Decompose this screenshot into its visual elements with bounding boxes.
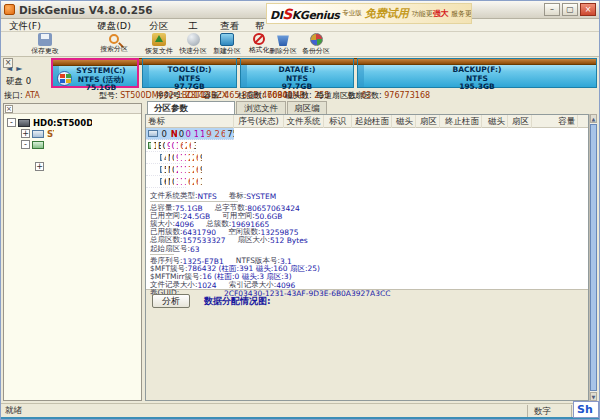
table-header-row: 卷标序号(状态)文件系统标识起始柱面磁头扇区终止柱面磁头扇区容量: [146, 115, 588, 128]
partition-table: SYSTEM(C:) 0 NTFS 07 0 1 1 9805 254 63 7…: [146, 128, 588, 188]
window-bottom-edge: [1, 417, 599, 419]
table-header-cell: 磁头: [392, 115, 416, 128]
quick-partition-icon: [187, 33, 200, 46]
tree-expand-icon[interactable]: +: [35, 162, 44, 171]
scroll-up-icon[interactable]: ▲: [590, 114, 597, 123]
toolbar-button[interactable]: 格式化: [247, 32, 271, 57]
maximize-button[interactable]: ▢: [562, 3, 578, 16]
tree-expand-icon[interactable]: -: [21, 140, 30, 149]
filesystem-details: 文件系统类型: NTFS 卷标: SYSTEM 总容量: 75.1GB 总字节数…: [150, 191, 584, 297]
menu-item[interactable]: 文件(F): [1, 19, 89, 32]
table-row[interactable]: DATA(E:) 5 NTFS 07 22555 1 1 35303 254 6…: [146, 164, 174, 176]
table-header-cell: 文件系统: [284, 115, 324, 128]
edition-label: 专业版: [342, 9, 362, 18]
table-row[interactable]: TOOLS(D:) 4 NTFS 07 9806 1 1 22554 254 6…: [146, 152, 186, 164]
delete-icon: [276, 33, 290, 46]
toolbar-button[interactable]: 搜索分区: [89, 32, 139, 57]
table-header-cell: 扇区: [416, 115, 440, 128]
next-disk-icon[interactable]: ►: [16, 64, 26, 73]
toolbar-button[interactable]: 删除分区: [271, 32, 295, 57]
partition-block-tools-d[interactable]: TOOLS(D:) NTFS 97.7GB: [142, 58, 237, 88]
tree-item[interactable]: + DATA(E:): [4, 161, 44, 172]
disk-bar: SYSTEM(C:) NTFS (活动) 75.1GB TOOLS(D:) NT…: [51, 58, 597, 88]
status-bar: 就绪 数字: [1, 403, 599, 417]
toolbar-button[interactable]: 恢复文件: [139, 32, 179, 57]
recover-icon: [152, 33, 166, 46]
prev-disk-icon[interactable]: ◄: [6, 64, 16, 73]
partition-icon: [148, 130, 158, 137]
disk-info-pair: 容量: 465.8GB(476940MB): [203, 90, 231, 101]
tree-item[interactable]: + BACKUP(F:): [4, 172, 35, 183]
brand-logo: DISKGenius: [270, 6, 339, 22]
windows-logo-icon: [57, 71, 72, 86]
table-header-cell: 标识: [324, 115, 352, 128]
table-row[interactable]: BACKUP(F:) 6 NTFS 07 35304 1 1 60800 254…: [146, 176, 186, 188]
disk-navigator: ◄► 硬盘 0: [6, 64, 48, 88]
toolbar-button[interactable]: 保存更改: [1, 32, 89, 57]
tab[interactable]: 分区参数: [147, 101, 235, 114]
table-row[interactable]: 扩展分区 1 EXTEND 0F 9806 0 1 60800 254 63 3…: [146, 140, 196, 152]
table-header-cell: 终止柱面: [440, 115, 482, 128]
table-header-cell: 起始柱面: [352, 115, 392, 128]
table-header-cell: 容量: [532, 115, 578, 128]
tree-item[interactable]: + TOOLS(D:): [4, 150, 35, 161]
scroll-down-icon[interactable]: ▼: [590, 392, 597, 401]
disk-info-pair: 每道扇区数: 63: [316, 90, 340, 101]
toolbar-button[interactable]: 备份分区: [295, 32, 337, 57]
partition-block-data-e[interactable]: DATA(E:) NTFS 97.7GB: [240, 58, 354, 88]
tree-close-icon[interactable]: ×: [5, 105, 13, 113]
status-ready: 就绪: [1, 405, 527, 417]
detail-row: 总扇区数: 157533327 扇区大小: 512 Bytes: [150, 236, 174, 244]
tree-expand-icon[interactable]: +: [21, 129, 30, 138]
close-button[interactable]: ×: [580, 3, 596, 16]
partition-tree-panel: × - HD0:ST500DM002-1BD142(466GB) + SYSTE…: [3, 103, 142, 401]
detail-row: 文件系统类型: NTFS 卷标: SYSTEM: [150, 191, 238, 202]
menu-item[interactable]: 查看(V): [207, 19, 247, 32]
tab[interactable]: 浏览文件: [236, 101, 286, 114]
analyze-button[interactable]: 分析: [152, 294, 190, 308]
table-header-cell: 磁头: [482, 115, 508, 128]
tree-item[interactable]: - 扩展分区: [4, 139, 44, 150]
tab-bar: 分区参数浏览文件扇区编辑: [145, 101, 597, 114]
detail-row: 起始扇区号: 63: [150, 244, 174, 255]
minimize-button[interactable]: –: [544, 3, 560, 16]
tree-item[interactable]: - HD0:ST500DM002-1BD142(466GB): [4, 117, 92, 128]
tagline: 功能更强大 服务更贴心: [412, 10, 472, 18]
disk-panel: × ◄► 硬盘 0 SYSTEM(C:) NTFS (活动) 75.1GB TO…: [1, 57, 599, 90]
table-row[interactable]: SYSTEM(C:) 0 NTFS 07 0 1 1 9805 254 63 7…: [146, 128, 234, 140]
menu-item[interactable]: 硬盘(D): [89, 19, 139, 32]
partition-block-system-c[interactable]: SYSTEM(C:) NTFS (活动) 75.1GB: [51, 58, 139, 88]
new-partition-icon: [220, 33, 234, 46]
promo-banner[interactable]: DISKGenius 专业版 免费试用 功能更强大 服务更贴心: [266, 3, 472, 24]
disk-info-pair: 接口: ATA: [4, 90, 92, 101]
status-numlock: 数字: [527, 405, 571, 417]
tree-panel-header: ×: [4, 104, 141, 114]
format-icon: [253, 33, 265, 45]
menu-item[interactable]: 工具(T): [179, 19, 207, 32]
app-icon: [4, 4, 15, 15]
tab[interactable]: 扇区编辑: [287, 101, 327, 114]
main-area: × - HD0:ST500DM002-1BD142(466GB) + SYSTE…: [1, 101, 599, 403]
menu-item[interactable]: 分区(P): [139, 19, 179, 32]
diskgenius-window: DiskGenius V4.8.0.256 – ▢ × 文件(F)硬盘(D)分区…: [0, 0, 600, 420]
partition-block-backup-f[interactable]: BACKUP(F:) NTFS 195.3GB: [357, 58, 597, 88]
backup-icon: [310, 33, 323, 46]
tree-expand-icon[interactable]: -: [7, 118, 16, 127]
promo-text: 免费试用: [365, 6, 409, 21]
toolbar-button[interactable]: 快速分区: [179, 32, 207, 57]
disk-label: 硬盘 0: [6, 76, 48, 88]
scrollbar-thumb[interactable]: [590, 124, 597, 391]
search-icon: [109, 34, 119, 44]
disk-info-pair: 总扇区数: 976773168: [347, 90, 389, 101]
disk-info-pair: 磁头数: 255: [285, 90, 309, 101]
table-header-cell: 扇区: [508, 115, 532, 128]
allocation-map-label: 数据分配情况图:: [204, 295, 271, 308]
drive-icon: [32, 141, 44, 149]
tree-item[interactable]: + SYSTEM(C:): [4, 128, 54, 139]
toolbar-button[interactable]: 新建分区: [207, 32, 247, 57]
vertical-scrollbar[interactable]: ▲ ▼: [589, 114, 597, 401]
analyze-row: 分析 数据分配情况图:: [152, 294, 271, 308]
table-header-cell: 卷标: [146, 115, 234, 128]
table-header-cell: 序号(状态): [234, 115, 284, 128]
drive-icon: [32, 130, 44, 138]
